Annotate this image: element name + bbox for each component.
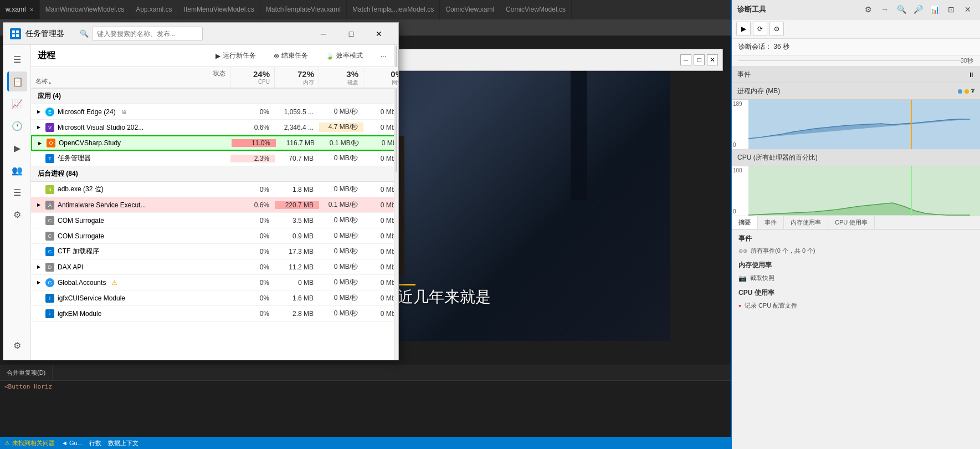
network-cell: 0 Mbps: [363, 248, 398, 256]
close-icon[interactable]: ✕: [29, 7, 34, 13]
cpu-chart: 100 0 100 0: [732, 166, 980, 216]
sidebar-icon-processes[interactable]: 📋: [7, 72, 27, 91]
network-cell: 0 Mbps: [363, 186, 398, 193]
col-disk[interactable]: 3% 磁盘: [319, 67, 363, 88]
efficiency-mode-button[interactable]: 🍃 效率模式: [320, 49, 368, 63]
snapshot-action[interactable]: 📷 截取快照: [738, 272, 973, 284]
cpu-chart-svg: [748, 166, 980, 216]
tab-wxaml[interactable]: w.xaml ✕: [0, 0, 40, 19]
table-row[interactable]: ▶ A Antimalware Service Execut... 0.6% 2…: [31, 197, 398, 213]
diag-toolbar-btn-2[interactable]: ⟳: [753, 22, 767, 36]
diag-settings-btn[interactable]: ⚙: [861, 3, 875, 16]
minimize-button[interactable]: ─: [311, 25, 336, 42]
process-name-com2: ▶ C COM Surrogate: [31, 232, 186, 241]
memory-chart-svg: [748, 100, 980, 150]
diag-toolbar: ▶ ⟳ ⊙: [732, 19, 980, 39]
diag-detach-btn[interactable]: ⊡: [945, 3, 958, 16]
expand-icon[interactable]: ▶: [35, 264, 42, 271]
sidebar-icon-users[interactable]: 👥: [7, 160, 27, 180]
scrollbar[interactable]: [394, 45, 398, 360]
fp-maximize[interactable]: □: [694, 54, 705, 65]
col-network[interactable]: 0% 网络: [363, 67, 398, 88]
diag-tab-summary[interactable]: 摘要: [732, 216, 758, 229]
cpu-cell: 0%: [230, 248, 275, 256]
search-input[interactable]: [92, 27, 203, 41]
diag-toolbar-btn-1[interactable]: ▶: [736, 22, 751, 36]
expand-icon[interactable]: ▶: [35, 279, 42, 286]
diag-tab-memory[interactable]: 内存使用率: [784, 216, 828, 229]
memory-cell: 2,346.4 ...: [275, 124, 319, 131]
table-row[interactable]: ▶ a adb.exe (32 位) 0% 1.8 MB 0 MB/秒 0 Mb…: [31, 182, 398, 197]
tab-matchtemplateviewmodel[interactable]: MatchTempla...iewModel.cs: [347, 0, 440, 19]
bp-tab-merge[interactable]: 合并重复项(D): [0, 365, 53, 380]
sidebar-icon-startup[interactable]: ▶: [7, 138, 27, 158]
diagnostics-panel: 诊断工具 ⚙ → 🔍 🔎 📊 ⊡ ✕ ▶ ⟳ ⊙ 诊断会话： 36 秒 30秒 …: [731, 0, 980, 449]
tab-label: ComicViewModel.cs: [506, 6, 566, 13]
cpu-cell: 11.0%: [232, 139, 276, 147]
diag-zoom-btn[interactable]: 🔎: [911, 3, 925, 16]
cpu-cell: 0%: [230, 294, 275, 302]
expand-icon[interactable]: ▶: [37, 140, 43, 146]
end-task-button[interactable]: ⊗ 结束任务: [268, 49, 314, 63]
diag-toolbar-btn-3[interactable]: ⊙: [769, 22, 784, 36]
time-axis-line: [738, 60, 961, 61]
process-icon-edge: E: [45, 108, 54, 116]
tab-appxaml[interactable]: App.xaml.cs: [130, 0, 178, 19]
sidebar-icon-settings[interactable]: ⚙: [7, 335, 27, 355]
diag-tab-events[interactable]: 事件: [758, 216, 784, 229]
table-row[interactable]: ▶ C COM Surrogate 0% 0.9 MB 0 MB/秒 0 Mbp…: [31, 228, 398, 244]
cpu-max-label: 100: [733, 167, 747, 174]
memory-cell: 1,059.5 ...: [275, 108, 319, 116]
sidebar-icon-services[interactable]: ⚙: [7, 205, 27, 225]
sidebar-icon-details[interactable]: ☰: [7, 182, 27, 202]
process-table[interactable]: 名称 ▲ 状态 24% CPU 72% 内存 3%: [31, 67, 398, 360]
maximize-button[interactable]: □: [338, 25, 364, 42]
close-button[interactable]: ✕: [366, 25, 392, 42]
tab-itemmenu[interactable]: ItemMenuViewModel.cs: [178, 0, 260, 19]
expand-icon[interactable]: ▶: [35, 109, 42, 115]
tab-mainwindow[interactable]: MainWindowViewModel.cs: [40, 0, 131, 19]
scrollbar-thumb[interactable]: [396, 46, 397, 172]
run-label: 运行新任务: [223, 51, 256, 60]
process-label: 任务管理器: [58, 154, 91, 163]
diag-close-btn[interactable]: ✕: [961, 3, 974, 16]
col-memory[interactable]: 72% 内存: [275, 67, 319, 88]
tab-comicviewmodel[interactable]: ComicViewModel.cs: [500, 0, 572, 19]
table-row[interactable]: ▶ T 任务管理器 2.3% 70.7 MB 0 MB/秒 0 Mbps 0%: [31, 151, 398, 166]
run-new-task-button[interactable]: ▶ 运行新任务: [210, 49, 261, 63]
sidebar-icon-menu[interactable]: ☰: [7, 49, 27, 69]
process-name-dax: ▶ D DAX API: [31, 263, 186, 272]
network-cell: 0 Mbps: [363, 310, 398, 318]
fp-minimize[interactable]: ─: [680, 54, 691, 65]
process-label: CTF 加载程序: [58, 247, 99, 256]
table-row[interactable]: ▶ C COM Surrogate 0% 3.5 MB 0 MB/秒 0 Mbp…: [31, 213, 398, 228]
event-pause-btn[interactable]: ⏸: [968, 71, 974, 79]
diag-chart-btn[interactable]: 📊: [928, 3, 941, 16]
table-row[interactable]: ▶ C CTF 加载程序 0% 17.3 MB 0 MB/秒 0 Mbps 0%: [31, 244, 398, 259]
table-row[interactable]: ▶ E Microsoft Edge (24) 🖥 0% 1,059.5 ...…: [31, 104, 398, 120]
expand-icon[interactable]: ▶: [35, 124, 42, 131]
diag-tab-cpu[interactable]: CPU 使用率: [828, 216, 875, 229]
tab-comicview[interactable]: ComicView.xaml: [440, 0, 500, 19]
network-cell: 0 Mbps: [363, 155, 398, 162]
sidebar-icon-performance[interactable]: 📈: [7, 94, 27, 114]
taskmanager-titlebar: 任务管理器 🔍 ─ □ ✕: [3, 23, 398, 45]
table-row[interactable]: ▶ i igfxEM Module 0% 2.8 MB 0 MB/秒 0 Mbp…: [31, 306, 398, 322]
diag-arrow-btn[interactable]: →: [878, 3, 891, 16]
disk-cell: 0 MB/秒: [319, 247, 363, 256]
time-axis: 30秒: [732, 55, 980, 67]
diag-search-btn[interactable]: 🔍: [895, 3, 908, 16]
table-row[interactable]: ▶ V Microsoft Visual Studio 202... 0.6% …: [31, 120, 398, 135]
table-row[interactable]: ▶ i igfxCUIService Module 0% 1.6 MB 0 MB…: [31, 290, 398, 306]
cpu-record-action[interactable]: ● 记录 CPU 配置文件: [738, 300, 973, 312]
expand-icon[interactable]: ▶: [35, 202, 42, 208]
fp-close[interactable]: ✕: [707, 54, 718, 65]
sidebar-icon-history[interactable]: 🕐: [7, 116, 27, 136]
table-row[interactable]: ▶ G Global.Accounts ⚠ 0% 0 MB 0 MB/秒 0 M…: [31, 275, 398, 290]
col-cpu[interactable]: 24% CPU: [230, 67, 275, 88]
table-row[interactable]: ▶ O OpenCVSharp.Study 11.0% 116.7 MB 0.1…: [31, 135, 398, 151]
table-row[interactable]: ▶ D DAX API 0% 11.2 MB 0 MB/秒 0 Mbps 0%: [31, 259, 398, 275]
network-cell: 0 Mbps: [365, 139, 398, 147]
more-options-button[interactable]: ···: [375, 50, 392, 62]
tab-matchtemplateview[interactable]: MatchTemplateView.xaml: [260, 0, 347, 19]
